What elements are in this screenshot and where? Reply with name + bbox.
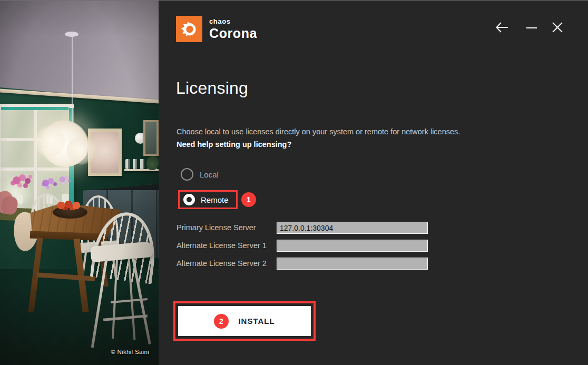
- brand-wordmark: chaos Corona: [209, 18, 257, 40]
- annotation-step-2-badge: 2: [214, 314, 229, 329]
- alternate-license-server-1-label: Alternate License Server 1: [177, 240, 267, 252]
- photo-vase: [17, 195, 23, 204]
- minimize-button[interactable]: [524, 20, 540, 36]
- radio-option-local[interactable]: Local: [181, 168, 219, 181]
- licensing-description: Choose local to use licenses directly on…: [177, 127, 503, 136]
- alternate-license-server-2-input[interactable]: [277, 258, 428, 270]
- chaos-corona-logo: [176, 16, 202, 42]
- alternate-license-server-2-label: Alternate License Server 2: [177, 258, 267, 270]
- photo-ceiling-rose: [65, 32, 79, 37]
- photo-flowers: [13, 176, 21, 184]
- back-button[interactable]: [494, 20, 510, 36]
- photo-lamp-cord: [72, 35, 73, 126]
- installer-window: © Nikhil Saini chaos Corona: [0, 0, 588, 365]
- photo-credit: © Nikhil Saini: [111, 349, 149, 355]
- annotation-step-1-badge: 1: [241, 192, 256, 207]
- photo-flowers: [60, 176, 65, 182]
- back-arrow-icon: [495, 20, 509, 36]
- install-button-label: INSTALL: [238, 317, 275, 325]
- corona-flame-icon: [178, 16, 201, 42]
- photo-ceiling: [0, 1, 159, 102]
- photo-plant: [146, 156, 159, 170]
- photo-fruit: [57, 201, 84, 210]
- installer-photo: © Nikhil Saini: [0, 1, 159, 365]
- photo-flowers: [42, 180, 49, 186]
- radio-local-label[interactable]: Local: [200, 170, 219, 179]
- page-title: Licensing: [176, 78, 248, 98]
- photo-pendant-lamp: [41, 120, 90, 167]
- radio-remote-circle[interactable]: [183, 194, 195, 205]
- licensing-help-link[interactable]: Need help setting up licensing?: [177, 140, 291, 149]
- radio-local-circle[interactable]: [181, 168, 193, 181]
- annotation-box-install: 2 INSTALL: [173, 301, 316, 341]
- minimize-icon: [524, 20, 539, 36]
- photo-mirror: [143, 120, 159, 156]
- alternate-license-server-1-input[interactable]: [277, 240, 428, 252]
- radio-remote-label[interactable]: Remote: [201, 195, 229, 204]
- brand-corona: Corona: [209, 27, 257, 40]
- primary-license-server-input[interactable]: [277, 222, 428, 234]
- close-icon: [550, 20, 565, 36]
- brand-chaos: chaos: [209, 18, 257, 25]
- install-button[interactable]: 2 INSTALL: [178, 306, 311, 336]
- annotation-box-remote: Remote: [178, 190, 238, 209]
- photo-window-reveal-top: [1, 107, 68, 110]
- close-button[interactable]: [550, 20, 565, 36]
- content-panel: chaos Corona Licensing: [159, 1, 588, 365]
- primary-license-server-label: Primary License Server: [177, 222, 256, 234]
